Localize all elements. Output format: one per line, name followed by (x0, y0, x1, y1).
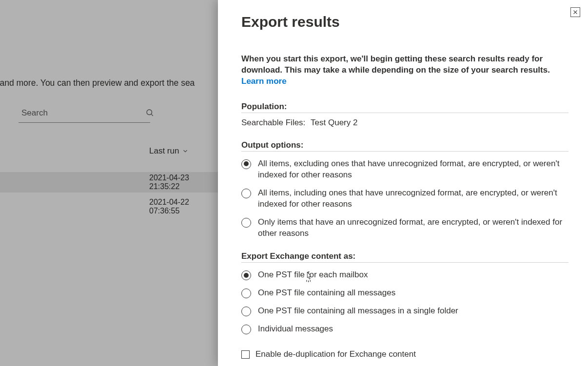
panel-intro-text: When you start this export, we'll begin … (241, 54, 568, 87)
output-option-all-including[interactable]: All items, including ones that have unre… (241, 188, 568, 210)
radio-icon (241, 159, 251, 169)
checkbox-label: Enable de-duplication for Exchange conte… (255, 349, 416, 359)
dedup-checkbox[interactable]: Enable de-duplication for Exchange conte… (241, 349, 568, 359)
export-results-panel: Export results When you start this expor… (218, 0, 588, 366)
close-icon (572, 9, 578, 15)
population-value-line: Searchable Files: Test Query 2 (241, 118, 568, 128)
export-as-pst-per-mailbox[interactable]: One PST file for each mailbox (241, 270, 568, 281)
panel-title: Export results (241, 14, 568, 30)
radio-label: All items, including ones that have unre… (258, 188, 568, 210)
radio-icon (241, 289, 251, 298)
close-button[interactable] (570, 7, 580, 17)
export-as-individual-messages[interactable]: Individual messages (241, 324, 568, 335)
radio-icon (241, 307, 251, 316)
radio-label: All items, excluding ones that have unre… (258, 158, 568, 181)
output-option-all-excluding[interactable]: All items, excluding ones that have unre… (241, 158, 568, 181)
radio-label: One PST file containing all messages in … (258, 306, 460, 317)
export-exchange-section-label: Export Exchange content as: (241, 251, 568, 263)
population-section-label: Population: (241, 102, 568, 113)
radio-icon (241, 325, 251, 334)
export-as-radiogroup: One PST file for each mailbox One PST fi… (241, 270, 568, 335)
radio-icon (241, 270, 251, 280)
output-option-only-unindexed[interactable]: Only items that have an unrecognized for… (241, 217, 568, 239)
output-options-section-label: Output options: (241, 140, 568, 152)
radio-label: One PST file for each mailbox (258, 270, 370, 281)
intro-body: When you start this export, we'll begin … (241, 54, 550, 75)
radio-label: Only items that have an unrecognized for… (258, 217, 568, 239)
export-as-pst-all-messages[interactable]: One PST file containing all messages (241, 288, 568, 299)
population-key: Searchable Files: (241, 118, 305, 128)
radio-label: Individual messages (258, 324, 335, 335)
radio-icon (241, 189, 251, 198)
export-as-pst-single-folder[interactable]: One PST file containing all messages in … (241, 306, 568, 317)
output-options-radiogroup: All items, excluding ones that have unre… (241, 158, 568, 239)
radio-icon (241, 218, 251, 228)
learn-more-link[interactable]: Learn more (241, 77, 287, 86)
checkbox-icon (241, 350, 250, 359)
radio-label: One PST file containing all messages (258, 288, 397, 299)
population-value: Test Query 2 (311, 118, 357, 128)
